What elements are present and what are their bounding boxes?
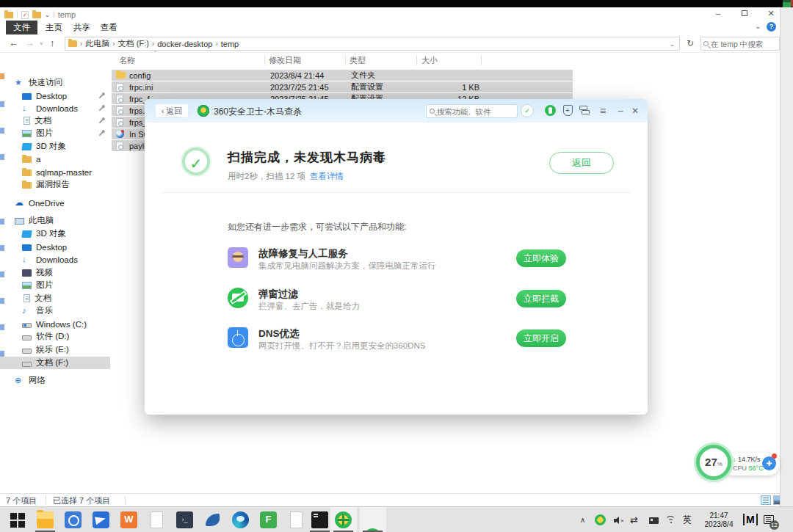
new-folder-icon[interactable] xyxy=(32,12,41,18)
sidebar-pc-downloads[interactable]: ↓Downloads xyxy=(0,253,110,266)
menu-icon[interactable]: ≡ xyxy=(597,105,609,117)
recent-locations-icon[interactable]: ˅ xyxy=(40,40,43,47)
tab-file[interactable]: 文件 xyxy=(6,21,37,34)
tray-clock[interactable]: 21:47 2023/8/4 xyxy=(698,507,740,532)
minimize-button[interactable]: – xyxy=(709,7,727,20)
qat-customize-icon[interactable]: ⌄ xyxy=(45,12,50,18)
ribbon-expand-icon[interactable]: ⌄ xyxy=(755,22,761,30)
taskbar-wireshark-icon[interactable] xyxy=(204,511,221,528)
green-ball-icon[interactable] xyxy=(545,105,556,116)
file-row-frpc-ini[interactable]: frpc.ini 2023/7/25 21:45 配置设置 1 KB xyxy=(112,81,573,92)
view-details-link[interactable]: 查看详情 xyxy=(310,172,344,181)
shield-plus-icon[interactable] xyxy=(563,105,573,116)
dialog-search-box[interactable] xyxy=(426,104,518,118)
wifi-icon[interactable] xyxy=(665,516,677,525)
sidebar-item-a[interactable]: a xyxy=(0,153,110,165)
back-nav-icon[interactable]: ← xyxy=(9,37,18,48)
ime-language-indicator[interactable]: 英 xyxy=(683,507,692,532)
taskbar-explorer-icon[interactable] xyxy=(37,511,54,528)
breadcrumb-docker-desktop[interactable]: docker-desktop xyxy=(157,40,212,48)
tray-360-icon[interactable] xyxy=(595,514,606,525)
tab-home[interactable]: 主页 xyxy=(38,21,70,34)
column-divider[interactable] xyxy=(416,55,417,65)
muted-speaker-icon[interactable]: × xyxy=(614,517,624,525)
sidebar-item-3d-objects[interactable]: 3D 对象 xyxy=(0,140,110,153)
drive-icon xyxy=(22,335,32,340)
explorer-search-box[interactable] xyxy=(700,37,780,51)
shield-check-icon[interactable] xyxy=(521,104,534,117)
sidebar-item-downloads[interactable]: ↓Downloads xyxy=(0,102,110,114)
dialog-minimize-icon[interactable]: – xyxy=(615,105,626,117)
enable-now-button[interactable]: 立即开启 xyxy=(516,329,566,347)
sidebar-item-vuln-report[interactable]: 漏洞报告 xyxy=(0,178,110,191)
details-view-icon[interactable] xyxy=(761,495,771,505)
try-now-button[interactable]: 立即体验 xyxy=(516,249,566,267)
start-button[interactable] xyxy=(9,511,26,528)
explorer-search-input[interactable] xyxy=(711,40,777,48)
cpu-usage-ball[interactable]: 27% xyxy=(696,445,731,480)
taskbar-cmd-icon[interactable] xyxy=(311,511,328,528)
sidebar-network[interactable]: ⊕网络 xyxy=(0,374,110,387)
dialog-back-button[interactable]: ‹ 返回 xyxy=(155,103,189,118)
sidebar-item-desktop[interactable]: Desktop xyxy=(0,90,110,102)
tab-view[interactable]: 查看 xyxy=(93,21,125,34)
usb-device-icon[interactable] xyxy=(649,517,659,524)
divider xyxy=(54,11,54,18)
breadcrumb-drive-f[interactable]: 文档 (F:) xyxy=(118,38,149,49)
sidebar-item-sqlmap[interactable]: sqlmap-master xyxy=(0,166,110,178)
file-row-config[interactable]: config 2023/8/4 21:44 文件夹 xyxy=(112,70,573,81)
column-date[interactable]: 修改日期 xyxy=(269,55,301,66)
return-button[interactable]: 返回 xyxy=(549,152,614,174)
sidebar-quick-access[interactable]: ★快速访问 xyxy=(0,76,110,89)
sidebar-drive-e[interactable]: 娱乐 (E:) xyxy=(0,343,110,356)
tray-expand-icon[interactable]: ∧ xyxy=(580,507,585,532)
taskbar-edge-icon[interactable] xyxy=(232,511,249,528)
up-nav-icon[interactable]: ↑ xyxy=(50,37,55,48)
scan-success-icon: ✓ xyxy=(182,147,210,175)
sidebar-drive-c[interactable]: Windows (C:) xyxy=(0,318,110,330)
sidebar-pc-3d-objects[interactable]: 3D 对象 xyxy=(0,227,110,240)
column-divider[interactable] xyxy=(481,55,482,65)
breadcrumb-temp[interactable]: temp xyxy=(221,40,239,48)
sidebar-onedrive[interactable]: ☁OneDrive xyxy=(0,197,110,209)
refresh-icon[interactable]: ↻ xyxy=(683,37,698,51)
taskbar-blue-circle-app-icon[interactable] xyxy=(65,511,82,528)
taskbar-orange-w-app-icon[interactable]: W xyxy=(120,511,137,528)
sidebar-drive-f-selected[interactable]: 文档 (F:) xyxy=(0,357,110,369)
sidebar-item-pictures[interactable]: 图片 xyxy=(0,127,110,139)
taskbar-powershell-icon[interactable]: ›_ xyxy=(176,511,193,528)
column-name[interactable]: 名称 xyxy=(119,55,135,66)
tray-m-app-icon[interactable]: M xyxy=(743,514,758,525)
block-now-button[interactable]: 立即拦截 xyxy=(516,290,566,307)
sidebar-this-pc[interactable]: 此电脑 xyxy=(0,214,110,227)
taskbar-green-f-app-icon[interactable]: F xyxy=(260,511,277,528)
column-type[interactable]: 类型 xyxy=(350,55,366,66)
help-icon[interactable]: ? xyxy=(767,22,776,32)
network-adapter-icon[interactable]: ⇄ xyxy=(630,507,638,532)
maximize-button[interactable] xyxy=(736,7,753,20)
taskbar-notepad-icon[interactable] xyxy=(151,511,163,528)
breadcrumb-this-pc[interactable]: 此电脑 xyxy=(85,38,109,49)
address-breadcrumb[interactable]: › 此电脑 › 文档 (F:) › docker-desktop › temp … xyxy=(65,37,680,51)
dialog-search-input[interactable] xyxy=(437,107,514,116)
address-dropdown-icon[interactable]: ⌄ xyxy=(669,40,675,48)
sidebar-pc-documents[interactable]: 文档 xyxy=(0,292,110,305)
sidebar-item-documents[interactable]: 文档 xyxy=(0,114,110,127)
sidebar-pc-videos[interactable]: 视频 xyxy=(0,266,110,279)
taskbar-notepad2-icon[interactable] xyxy=(290,511,303,528)
column-divider[interactable] xyxy=(264,55,265,65)
layers-icon[interactable] xyxy=(579,105,591,117)
sidebar-pc-music[interactable]: ♪音乐 xyxy=(0,305,110,317)
dialog-close-icon[interactable]: ✕ xyxy=(629,105,641,117)
column-divider[interactable] xyxy=(345,55,346,65)
sidebar-pc-pictures[interactable]: 图片 xyxy=(0,279,110,291)
sidebar-drive-d[interactable]: 软件 (D:) xyxy=(0,330,110,343)
taskbar-360-safeguard-icon[interactable] xyxy=(335,511,352,528)
sidebar-pc-desktop[interactable]: Desktop xyxy=(0,241,110,253)
taskbar-blue-bird-app-icon[interactable] xyxy=(93,511,109,528)
close-button[interactable]: ✕ xyxy=(762,7,780,20)
forward-nav-icon[interactable]: → xyxy=(25,37,35,48)
properties-icon[interactable]: ✓ xyxy=(21,11,29,19)
column-size[interactable]: 大小 xyxy=(421,55,438,66)
maximize-icon xyxy=(742,10,747,16)
